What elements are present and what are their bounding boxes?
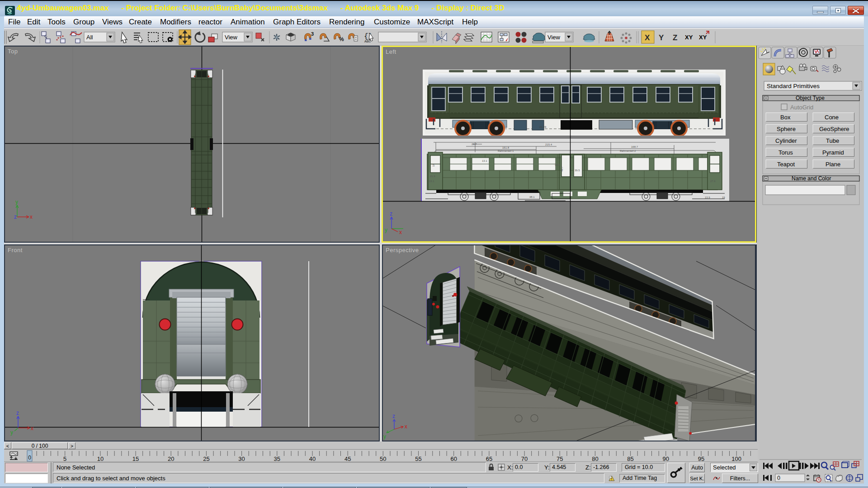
svg-text:5: 5 bbox=[63, 455, 66, 462]
svg-text:19: 19 bbox=[722, 196, 725, 199]
svg-text:Standard Primitives: Standard Primitives bbox=[767, 83, 820, 89]
svg-text:45: 45 bbox=[344, 455, 351, 462]
svg-text:z: z bbox=[392, 413, 395, 419]
svg-text:30: 30 bbox=[238, 455, 245, 462]
svg-text:Name and Color: Name and Color bbox=[792, 175, 831, 182]
svg-text:ABC: ABC bbox=[364, 39, 371, 43]
svg-text:x: x bbox=[31, 425, 33, 432]
svg-text:All: All bbox=[86, 34, 93, 41]
svg-text:80: 80 bbox=[592, 455, 598, 462]
svg-text:100: 100 bbox=[731, 455, 741, 462]
svg-text:35.8: 35.8 bbox=[555, 164, 560, 166]
svg-text:85: 85 bbox=[627, 455, 633, 462]
svg-text:215.4: 215.4 bbox=[545, 143, 552, 146]
svg-text:50: 50 bbox=[380, 455, 386, 462]
svg-text:10: 10 bbox=[97, 455, 104, 462]
svg-text:Z: Z bbox=[673, 33, 677, 42]
svg-text:151.8: 151.8 bbox=[502, 146, 509, 149]
svg-text:13.1: 13.1 bbox=[429, 180, 434, 183]
svg-text:35: 35 bbox=[274, 455, 280, 462]
svg-text:39.5: 39.5 bbox=[575, 169, 580, 172]
svg-text:X: X bbox=[645, 33, 650, 42]
svg-text:20.7: 20.7 bbox=[472, 143, 477, 145]
svg-text:y: y bbox=[383, 433, 386, 440]
svg-text:60: 60 bbox=[450, 455, 457, 462]
svg-text:3: 3 bbox=[311, 31, 314, 37]
svg-text:70: 70 bbox=[521, 455, 528, 462]
svg-text:168.7: 168.7 bbox=[631, 145, 638, 148]
svg-text:15: 15 bbox=[132, 455, 139, 462]
svg-text:25: 25 bbox=[203, 455, 209, 462]
svg-text:95: 95 bbox=[698, 455, 704, 462]
svg-text:90: 90 bbox=[663, 455, 669, 462]
svg-text:49.7: 49.7 bbox=[561, 166, 563, 172]
svg-text:Pyramid: Pyramid bbox=[822, 149, 844, 156]
svg-text:Teapot: Teapot bbox=[777, 161, 795, 168]
svg-text:Rahmenteil 2: Rahmenteil 2 bbox=[620, 150, 636, 152]
svg-text:Torus: Torus bbox=[778, 149, 793, 156]
svg-text:Object Type: Object Type bbox=[796, 95, 825, 101]
svg-text:40: 40 bbox=[309, 455, 316, 462]
svg-text:Plane: Plane bbox=[826, 161, 840, 168]
svg-text:13.9: 13.9 bbox=[705, 196, 710, 199]
svg-text:18: 18 bbox=[432, 164, 435, 167]
svg-text:55: 55 bbox=[415, 455, 421, 462]
svg-text:z: z bbox=[16, 410, 19, 416]
svg-text:XY: XY bbox=[699, 34, 707, 41]
svg-text:Box: Box bbox=[780, 114, 791, 121]
svg-text:21.9: 21.9 bbox=[430, 175, 435, 178]
svg-text:Y: Y bbox=[659, 33, 664, 42]
svg-text:%: % bbox=[339, 36, 344, 42]
svg-text:x: x bbox=[405, 423, 407, 430]
svg-text:y: y bbox=[15, 199, 18, 205]
svg-text:Cylinder: Cylinder bbox=[775, 137, 797, 144]
svg-text:65: 65 bbox=[486, 455, 492, 462]
svg-text:GeoSphere: GeoSphere bbox=[819, 126, 849, 132]
svg-text:48.1: 48.1 bbox=[529, 196, 535, 198]
svg-text:x: x bbox=[399, 229, 402, 235]
svg-text:Tube: Tube bbox=[826, 137, 839, 144]
svg-text:0: 0 bbox=[28, 455, 31, 461]
svg-text:XY: XY bbox=[685, 34, 693, 41]
svg-text:x: x bbox=[30, 214, 33, 220]
svg-text:View: View bbox=[547, 34, 561, 41]
svg-text:AutoGrid: AutoGrid bbox=[790, 104, 813, 111]
svg-text:z: z bbox=[390, 211, 392, 217]
svg-text:0: 0 bbox=[777, 475, 780, 481]
svg-text:Rahmenteil 1: Rahmenteil 1 bbox=[498, 150, 514, 152]
svg-text:y: y bbox=[10, 429, 13, 436]
svg-text:13.1: 13.1 bbox=[482, 160, 487, 162]
svg-text:20: 20 bbox=[168, 455, 174, 462]
svg-text:Cone: Cone bbox=[825, 114, 839, 121]
svg-text:27.6: 27.6 bbox=[710, 180, 716, 183]
svg-text:View: View bbox=[225, 34, 238, 41]
svg-text:z: z bbox=[14, 214, 17, 220]
svg-text:y: y bbox=[385, 227, 387, 233]
svg-text:75: 75 bbox=[557, 455, 563, 462]
svg-text:21.29: 21.29 bbox=[539, 126, 547, 128]
svg-text:Sphere: Sphere bbox=[777, 126, 796, 132]
